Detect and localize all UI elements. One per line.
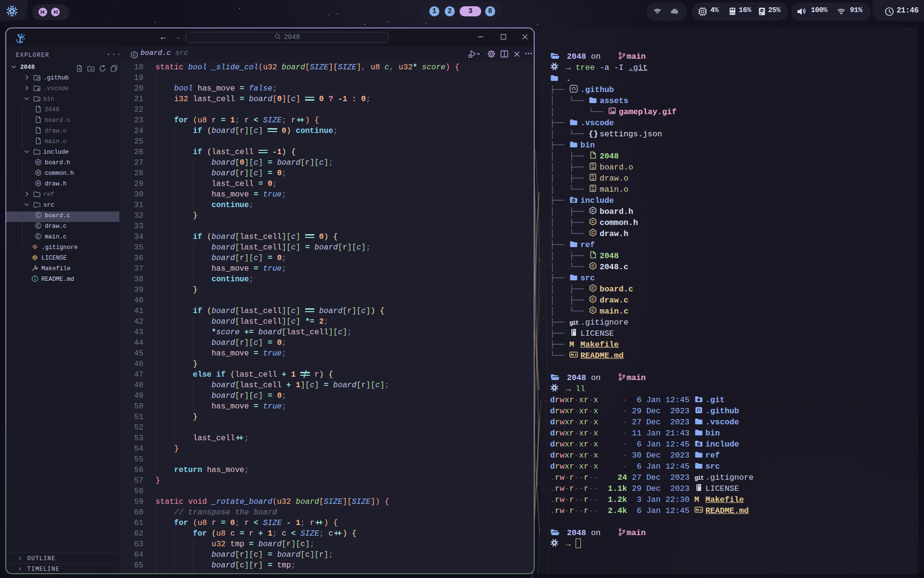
svg-text:C: C bbox=[591, 230, 595, 235]
svg-text:C: C bbox=[591, 208, 595, 213]
svg-text:C: C bbox=[591, 285, 595, 290]
svg-text:C: C bbox=[591, 219, 595, 224]
svg-text:10: 10 bbox=[591, 167, 594, 170]
svg-text:10: 10 bbox=[591, 178, 594, 181]
svg-text:C: C bbox=[591, 307, 595, 313]
svg-text:C: C bbox=[133, 52, 136, 57]
svg-text:10: 10 bbox=[591, 189, 594, 192]
svg-text:C: C bbox=[591, 296, 595, 302]
svg-text:C: C bbox=[591, 263, 595, 268]
